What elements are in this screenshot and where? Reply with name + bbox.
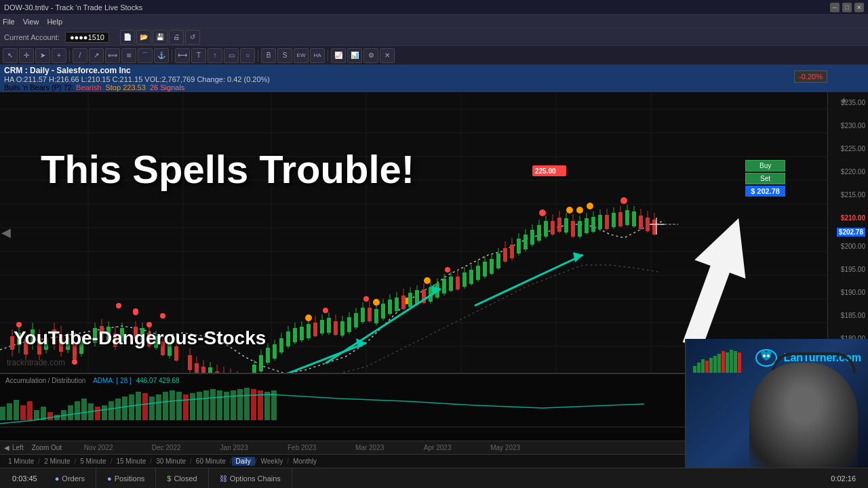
- tool-channel[interactable]: ⟺: [105, 48, 120, 63]
- price-tick-185: $185.00: [841, 312, 865, 319]
- svg-point-33: [133, 310, 138, 315]
- options-label: Options Chains: [230, 474, 281, 483]
- svg-rect-72: [188, 355, 192, 370]
- svg-rect-163: [469, 270, 473, 284]
- svg-point-134: [445, 267, 450, 272]
- orders-label: Orders: [62, 474, 85, 483]
- svg-rect-190: [551, 221, 555, 235]
- tool-arrow[interactable]: ↑: [208, 48, 222, 63]
- toolbar-open[interactable]: 📂: [136, 30, 151, 45]
- svg-rect-142: [401, 296, 406, 309]
- scroll-left-arrow[interactable]: ◀: [4, 444, 9, 451]
- tf-1min[interactable]: 1 Minute: [4, 457, 38, 466]
- svg-rect-224: [652, 220, 656, 235]
- account-number[interactable]: ●●●●1510: [65, 32, 109, 43]
- tab-options-chains[interactable]: ⛓ Options Chains: [209, 468, 292, 488]
- tf-5min[interactable]: 5 Minute: [76, 457, 110, 466]
- price-scroll-up[interactable]: ▲: [840, 95, 848, 104]
- toolbar-save[interactable]: 💾: [153, 30, 167, 45]
- tool-sell[interactable]: S: [277, 48, 292, 63]
- toolbar-refresh[interactable]: ↺: [185, 30, 200, 45]
- menu-help[interactable]: Help: [47, 18, 62, 26]
- chart-scroll-left[interactable]: ◀: [1, 225, 11, 240]
- tool-plus[interactable]: +: [52, 48, 66, 63]
- tool-rect[interactable]: ▭: [224, 48, 239, 63]
- svg-rect-181: [530, 230, 534, 245]
- svg-rect-165: [476, 266, 480, 280]
- tool-close-chart[interactable]: ✕: [380, 48, 395, 63]
- price-tick-195: $195.00: [841, 266, 865, 273]
- tool-indicator1[interactable]: 📈: [331, 48, 346, 63]
- svg-rect-23: [24, 340, 28, 354]
- tool-crosshair[interactable]: ✛: [19, 48, 34, 63]
- svg-rect-287: [717, 354, 721, 373]
- svg-rect-192: [557, 218, 561, 232]
- svg-rect-242: [47, 412, 53, 420]
- tool-ew[interactable]: EW: [294, 48, 309, 63]
- options-icon: ⛓: [220, 474, 227, 483]
- tf-30min[interactable]: 30 Minute: [152, 457, 190, 466]
- tool-fib[interactable]: ≋: [121, 48, 136, 63]
- tool-cursor[interactable]: ↖: [3, 48, 18, 63]
- window-controls[interactable]: ─ □ ✕: [830, 3, 864, 12]
- svg-rect-108: [307, 324, 311, 338]
- zoom-left-label: Left: [12, 444, 24, 451]
- tool-measure[interactable]: ⟷: [175, 48, 190, 63]
- timeline-mar: Mar 2023: [336, 444, 403, 451]
- tool-ellipse[interactable]: ○: [240, 48, 255, 63]
- tf-daily[interactable]: Daily: [232, 457, 255, 466]
- tf-15min[interactable]: 15 Minute: [112, 457, 150, 466]
- tab-closed[interactable]: $ Closed: [156, 468, 208, 488]
- buy-button[interactable]: Buy: [745, 160, 785, 171]
- tool-pointer[interactable]: ➤: [35, 48, 50, 63]
- app-title: DOW-30.tntlv - Track 'n Trade Live Stock…: [4, 3, 830, 12]
- menu-file[interactable]: File: [3, 18, 15, 26]
- tf-2min[interactable]: 2 Minute: [40, 457, 74, 466]
- svg-rect-250: [102, 405, 107, 420]
- tab-orders[interactable]: ● Orders: [44, 468, 96, 488]
- zoom-out-btn[interactable]: Zoom Out: [32, 444, 62, 451]
- tool-ray[interactable]: ↗: [89, 48, 104, 63]
- svg-rect-51: [113, 333, 117, 347]
- tool-line[interactable]: /: [73, 48, 87, 63]
- svg-rect-29: [44, 340, 48, 350]
- toolbar-print[interactable]: 🖨: [169, 30, 184, 45]
- tool-indicator2[interactable]: 📊: [347, 48, 362, 63]
- close-button[interactable]: ✕: [854, 3, 864, 12]
- tab-positions[interactable]: ● Positions: [96, 468, 156, 488]
- svg-rect-215: [625, 210, 629, 225]
- toolbar-new[interactable]: 📄: [120, 30, 135, 45]
- set-button[interactable]: Set: [745, 173, 785, 184]
- svg-marker-228: [431, 285, 441, 296]
- adma-label: ADMA: [ 28 ]: [93, 377, 132, 384]
- tf-60min[interactable]: 60 Minute: [192, 457, 230, 466]
- svg-rect-115: [327, 318, 331, 333]
- buy-sell-panel[interactable]: Buy Set $ 202.78: [745, 160, 785, 197]
- tf-monthly[interactable]: Monthly: [289, 457, 321, 466]
- price-tick-200: $200.00: [841, 243, 865, 250]
- chart-area[interactable]: 126.34: [0, 92, 827, 373]
- svg-rect-269: [231, 390, 236, 420]
- tool-anchor[interactable]: ⚓: [154, 48, 169, 63]
- video-overlay: LanTurner.com: [685, 339, 868, 468]
- svg-rect-207: [598, 215, 602, 229]
- tool-settings[interactable]: ⚙: [363, 48, 378, 63]
- tool-arc[interactable]: ⌒: [138, 48, 153, 63]
- svg-marker-226: [356, 338, 366, 348]
- svg-rect-92: [259, 355, 263, 371]
- menu-view[interactable]: View: [23, 18, 39, 26]
- tool-ha[interactable]: HA: [310, 48, 325, 63]
- svg-rect-140: [395, 298, 399, 311]
- svg-point-151: [424, 277, 431, 284]
- svg-rect-235: [0, 407, 5, 420]
- tf-weekly[interactable]: Weekly: [257, 457, 288, 466]
- svg-rect-35: [52, 329, 56, 344]
- tool-buy[interactable]: B: [261, 48, 276, 63]
- svg-rect-47: [100, 326, 104, 340]
- svg-rect-203: [585, 218, 589, 233]
- tool-text[interactable]: T: [191, 48, 206, 63]
- minimize-button[interactable]: ─: [830, 3, 840, 12]
- maximize-button[interactable]: □: [842, 3, 852, 12]
- big-arrow-indicator: [671, 214, 760, 352]
- svg-rect-187: [532, 165, 566, 176]
